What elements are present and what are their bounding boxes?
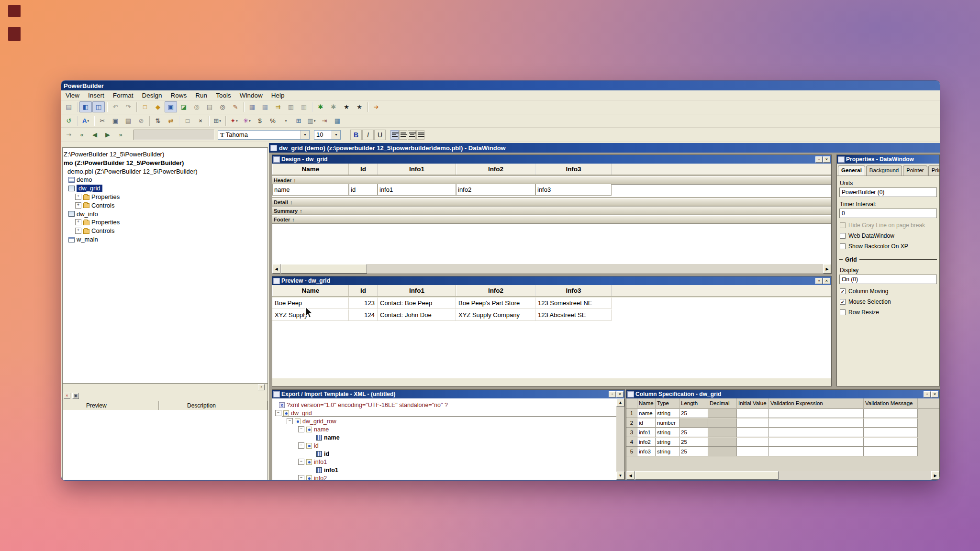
- tree-item-properties[interactable]: +Properties: [75, 218, 120, 226]
- colspec-cell[interactable]: info1: [637, 428, 656, 437]
- colspec-cell[interactable]: [708, 438, 737, 447]
- align-left-button[interactable]: [390, 130, 399, 140]
- paste-icon[interactable]: ▤: [122, 115, 134, 126]
- xml-node-id[interactable]: −id: [298, 441, 319, 450]
- xml-node-info1[interactable]: info1: [316, 466, 338, 474]
- colspec-cell[interactable]: string: [656, 428, 679, 437]
- colspec-header-length[interactable]: Length: [679, 398, 708, 408]
- colspec-cell[interactable]: [864, 409, 918, 418]
- restore-icon[interactable]: ▫: [609, 391, 616, 397]
- tree-item-dw-info[interactable]: dw_info: [68, 210, 98, 218]
- inherit-icon[interactable]: ◆: [152, 101, 164, 112]
- preview-column-header-id[interactable]: Id: [349, 285, 378, 296]
- delete-icon[interactable]: ×: [194, 115, 207, 126]
- bold-button[interactable]: B: [350, 130, 362, 140]
- colspec-cell[interactable]: string: [656, 438, 679, 447]
- profile-icon[interactable]: ✱: [327, 101, 340, 112]
- preview-cell[interactable]: XYZ Supply Company: [456, 309, 535, 321]
- checkbox-column-moving[interactable]: ✓Column Moving: [840, 288, 936, 295]
- tree-item-z-powerbuilder-12-5-powerbui[interactable]: Z:\PowerBuilder 12_5\PowerBuilder): [64, 150, 164, 158]
- menu-item-run[interactable]: Run: [191, 91, 212, 99]
- colspec-cell[interactable]: [769, 428, 864, 437]
- chart-icon[interactable]: ◪: [178, 101, 190, 112]
- prompt-icon[interactable]: ⇢: [63, 129, 75, 140]
- new-datawindow-icon[interactable]: □: [139, 101, 151, 112]
- colspec-cell[interactable]: name: [637, 409, 656, 418]
- checkbox-show-backcolor-on-xp[interactable]: Show Backcolor On XP: [840, 243, 936, 250]
- preview-toggle-icon[interactable]: ▣: [165, 101, 177, 112]
- print-setup-icon[interactable]: ▥▾: [305, 115, 318, 126]
- text-color-icon[interactable]: ✳▾: [241, 115, 253, 126]
- horizontal-scrollbar[interactable]: ◀ ▶: [626, 471, 939, 480]
- scroll-right-icon[interactable]: ▶: [931, 471, 939, 480]
- xml-node-name[interactable]: −name: [298, 425, 329, 433]
- tree-item-properties[interactable]: +Properties: [75, 193, 120, 201]
- colspec-cell[interactable]: info3: [637, 447, 656, 456]
- horizontal-scrollbar[interactable]: ◀▶: [272, 264, 831, 274]
- colspec-cell[interactable]: 25: [679, 447, 708, 456]
- colspec-header-decimal[interactable]: Decimal: [708, 398, 737, 408]
- database-profile-icon[interactable]: ◎: [190, 101, 203, 112]
- font-color-icon[interactable]: A▾: [79, 115, 92, 126]
- preview-column-header-info1[interactable]: Info1: [378, 285, 456, 296]
- tree-item-mo-z-powerbuilder-12-5-power[interactable]: mo (Z:\PowerBuilder 12_5\PowerBuilder): [64, 159, 184, 167]
- band-summary[interactable]: Summary↑: [272, 207, 831, 215]
- run-icon[interactable]: ★: [340, 101, 353, 112]
- colspec-header-initial-value[interactable]: Initial Value: [737, 398, 769, 408]
- format-dropdown-icon[interactable]: ▾: [279, 115, 292, 126]
- menu-item-window[interactable]: Window: [235, 91, 267, 99]
- save-rows-icon[interactable]: ▦: [259, 101, 271, 112]
- colspec-cell[interactable]: string: [656, 447, 679, 456]
- back-icon[interactable]: ↶: [109, 101, 122, 112]
- colspec-header-validation-message[interactable]: Validation Message: [864, 398, 918, 408]
- colspec-row-1[interactable]: 1namestring25: [626, 409, 918, 418]
- align-right-button[interactable]: [408, 130, 416, 140]
- tree-item-demo-pbl-z-powerbuilder-12-5[interactable]: demo.pbl (Z:\PowerBuilder 12_5\PowerBuil…: [67, 167, 198, 176]
- percent-format-icon[interactable]: %: [267, 115, 279, 126]
- colspec-cell[interactable]: [708, 447, 737, 456]
- close-icon[interactable]: ×: [823, 156, 830, 163]
- design-field-id[interactable]: id: [349, 184, 378, 196]
- pin-icon[interactable]: ▣: [72, 393, 79, 399]
- colspec-cell[interactable]: [864, 419, 918, 428]
- restore-icon[interactable]: ▫: [815, 156, 823, 163]
- erase-icon[interactable]: ⊘: [135, 115, 147, 126]
- preview-column-header-info2[interactable]: Info2: [456, 285, 535, 296]
- preview-row-1[interactable]: Boe Peep123Contact: Boe PeepBoe Peep's P…: [272, 298, 831, 309]
- column-move-icon[interactable]: ⇄: [165, 115, 177, 126]
- column-header-preview[interactable]: Preview: [63, 401, 159, 410]
- scroll-left-icon[interactable]: ◀: [272, 264, 280, 274]
- border-icon[interactable]: □: [181, 115, 194, 126]
- band-detail[interactable]: Detail↑: [272, 198, 831, 207]
- design-field-name[interactable]: name: [272, 184, 349, 196]
- tab-background[interactable]: Background: [866, 165, 902, 176]
- colspec-header-type[interactable]: Type: [656, 398, 679, 408]
- scroll-up-icon[interactable]: ▲: [616, 398, 624, 407]
- font-size-select[interactable]: 10▼: [314, 130, 341, 140]
- design-field-info2[interactable]: info2: [456, 184, 535, 196]
- menu-item-design[interactable]: Design: [138, 91, 167, 99]
- scrollbar-thumb[interactable]: [635, 471, 779, 480]
- scroll-left-icon[interactable]: ◀: [626, 471, 635, 480]
- menu-item-view[interactable]: View: [61, 91, 84, 99]
- colspec-cell[interactable]: [769, 438, 864, 447]
- restore-icon[interactable]: ▫: [924, 391, 931, 397]
- colspec-row-3[interactable]: 3info1string25: [626, 428, 918, 437]
- colspec-cell[interactable]: id: [637, 419, 656, 428]
- retrieve-argument-input[interactable]: [134, 130, 214, 140]
- tab-pointer[interactable]: Pointer: [903, 165, 927, 176]
- tab-general[interactable]: General: [838, 165, 865, 176]
- design-column-header-id[interactable]: Id: [349, 164, 378, 175]
- colspec-header-validation-expression[interactable]: Validation Expression: [769, 398, 864, 408]
- colspec-cell[interactable]: 25: [679, 409, 708, 418]
- retrieve-icon[interactable]: ⇉: [272, 101, 284, 112]
- clip-pane-titlebar[interactable]: ▫: [63, 384, 267, 392]
- export-panel-titlebar[interactable]: Export / Import Template - XML - (untitl…: [272, 390, 624, 398]
- run-select-icon[interactable]: ★: [353, 101, 366, 112]
- close-icon[interactable]: ×: [823, 278, 830, 284]
- checkbox-mouse-selection[interactable]: ✓Mouse Selection: [840, 298, 936, 305]
- tree-item-demo[interactable]: demo: [68, 176, 92, 184]
- xml-node-info1[interactable]: −info1: [298, 458, 327, 466]
- restore-icon[interactable]: ▫: [815, 278, 823, 284]
- scroll-right-icon[interactable]: ▶: [823, 264, 831, 274]
